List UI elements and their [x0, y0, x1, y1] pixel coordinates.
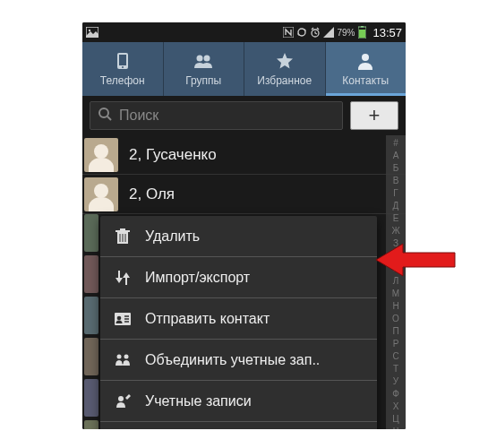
annotation-arrow-icon — [376, 242, 457, 281]
tab-bar: Телефон Группы Избранное Контакты — [82, 42, 406, 96]
svg-point-10 — [197, 55, 203, 61]
accounts-icon — [113, 394, 133, 409]
menu-item-delete[interactable]: Удалить — [100, 216, 377, 257]
phone-frame: 79% 13:57 Телефон Группы Избранное — [82, 22, 406, 429]
contacts-area: 2, Гусаченко 2, Оля #АБВГДЕЖЗИКЛМНОПРСТУ… — [82, 135, 406, 429]
svg-rect-5 — [361, 26, 364, 28]
svg-point-27 — [124, 354, 129, 358]
groups-icon — [193, 52, 214, 73]
svg-rect-17 — [120, 228, 125, 230]
overflow-menu: Удалить Импорт/экспорт Отправить контакт… — [100, 216, 377, 429]
battery-icon — [358, 26, 366, 39]
menu-item-label: Импорт/экспорт — [145, 270, 250, 286]
menu-item-merge-accounts[interactable]: Объединить учетные зап.. — [100, 340, 377, 381]
menu-item-label: Учетные записи — [145, 393, 252, 409]
add-contact-button[interactable]: + — [350, 101, 398, 130]
import-export-icon — [113, 271, 133, 285]
tab-phone-label: Телефон — [100, 74, 145, 87]
contact-name-label: 2, Оля — [129, 185, 175, 203]
tab-contacts-label: Контакты — [342, 74, 389, 87]
person-icon — [356, 52, 374, 73]
search-input[interactable]: Поиск — [90, 101, 343, 130]
svg-point-22 — [117, 315, 122, 320]
trash-icon — [113, 228, 133, 245]
svg-point-12 — [362, 54, 369, 61]
tab-phone[interactable]: Телефон — [82, 42, 164, 96]
contact-strip-bg — [84, 214, 98, 429]
menu-item-label: Удалить — [145, 228, 200, 245]
svg-point-11 — [204, 55, 210, 61]
phone-icon — [114, 52, 132, 73]
svg-point-9 — [122, 66, 124, 68]
send-contact-icon — [113, 313, 133, 325]
tab-groups-label: Группы — [185, 74, 221, 87]
sync-icon — [296, 27, 307, 38]
svg-line-14 — [107, 116, 111, 120]
search-placeholder: Поиск — [119, 108, 158, 124]
menu-item-speed-dial[interactable]: Быстрый набор — [100, 422, 377, 429]
contact-row[interactable]: 2, Оля — [82, 175, 406, 214]
merge-accounts-icon — [113, 353, 133, 367]
svg-rect-6 — [359, 30, 365, 38]
svg-point-26 — [117, 354, 122, 358]
search-row: Поиск + — [82, 96, 406, 135]
star-icon — [276, 52, 294, 73]
tab-groups[interactable]: Группы — [164, 42, 245, 96]
tab-favorites-label: Избранное — [257, 74, 312, 87]
alpha-index-bar[interactable]: #АБВГДЕЖЗИКЛМНОПРСТУФХЦЧ — [386, 135, 406, 429]
clock-label: 13:57 — [372, 26, 402, 39]
svg-point-13 — [99, 108, 108, 117]
contact-name-label: 2, Гусаченко — [129, 146, 217, 164]
battery-percent-label: 79% — [337, 28, 355, 38]
menu-item-import-export[interactable]: Импорт/экспорт — [100, 257, 377, 298]
contact-row[interactable]: 2, Гусаченко — [82, 135, 406, 175]
menu-item-label: Объединить учетные зап.. — [145, 352, 320, 368]
avatar — [84, 138, 118, 172]
svg-point-1 — [89, 30, 90, 31]
search-icon — [98, 107, 112, 125]
svg-point-29 — [118, 396, 124, 401]
menu-item-send-contact[interactable]: Отправить контакт — [100, 298, 377, 340]
nfc-icon — [283, 27, 294, 38]
signal-icon — [323, 27, 334, 38]
plus-icon: + — [369, 104, 381, 127]
notification-picture-icon — [86, 27, 98, 38]
menu-item-accounts[interactable]: Учетные записи — [100, 381, 377, 422]
tab-contacts[interactable]: Контакты — [326, 42, 407, 96]
tab-favorites[interactable]: Избранное — [244, 42, 326, 96]
avatar — [84, 177, 118, 211]
svg-rect-8 — [119, 55, 126, 65]
svg-rect-16 — [116, 230, 130, 232]
alarm-icon — [310, 27, 321, 38]
status-bar: 79% 13:57 — [82, 22, 406, 42]
menu-item-label: Отправить контакт — [145, 311, 270, 327]
